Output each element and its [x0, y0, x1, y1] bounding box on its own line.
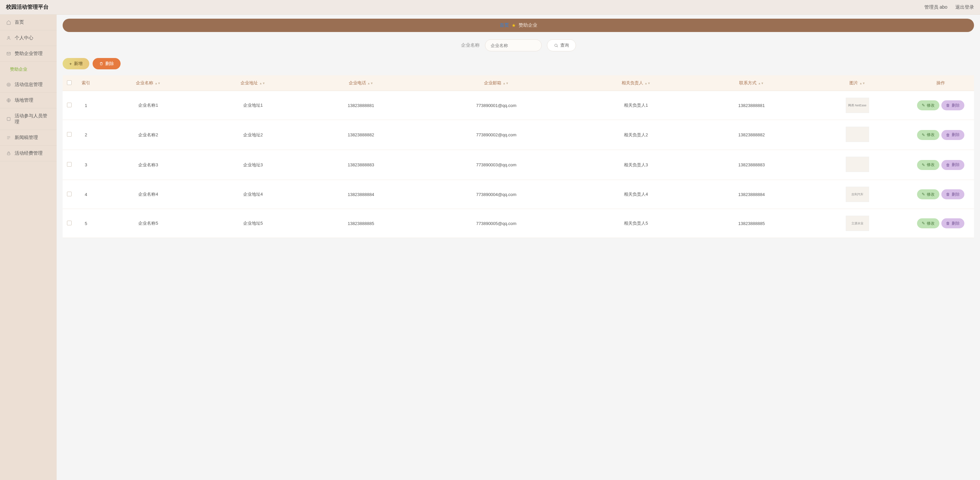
cell-ops: ✎修改🗑删除: [907, 209, 974, 238]
row-delete-button[interactable]: 🗑删除: [941, 130, 964, 140]
edit-button[interactable]: ✎修改: [917, 218, 939, 228]
edit-button[interactable]: ✎修改: [917, 189, 939, 199]
breadcrumb-current: 赞助企业: [519, 22, 537, 28]
add-button[interactable]: + 新增: [63, 58, 89, 69]
company-logo: [846, 127, 869, 142]
svg-point-7: [555, 44, 557, 47]
sidebar-item-profile[interactable]: 个人中心: [0, 30, 57, 46]
logout-link[interactable]: 退出登录: [955, 4, 974, 10]
cell-addr: 企业地址2: [200, 120, 305, 150]
sidebar-item-label: 活动经费管理: [15, 150, 43, 156]
cell-addr: 企业地址5: [200, 209, 305, 238]
cell-phone: 13823888881: [305, 91, 416, 120]
sidebar-item-home[interactable]: 首页: [0, 15, 57, 30]
row-delete-button[interactable]: 🗑删除: [941, 218, 964, 228]
cell-person: 相关负责人1: [576, 91, 696, 120]
sort-icon: ▲▼: [859, 82, 865, 85]
cell-email: 773890004@qq.com: [417, 180, 576, 209]
app-title: 校园活动管理平台: [6, 4, 49, 11]
sort-icon: ▲▼: [368, 82, 374, 85]
cell-phone: 13823888884: [305, 180, 416, 209]
row-delete-button[interactable]: 🗑删除: [941, 100, 964, 110]
row-checkbox[interactable]: [67, 162, 72, 167]
row-checkbox[interactable]: [67, 192, 72, 196]
sidebar-item-label: 个人中心: [15, 35, 33, 41]
cell-ops: ✎修改🗑删除: [907, 180, 974, 209]
query-button-label: 查询: [560, 42, 569, 48]
globe-icon: [6, 98, 11, 103]
cell-phone: 13823888882: [305, 120, 416, 150]
sidebar-item-press[interactable]: 新闻稿管理: [0, 130, 57, 146]
sidebar-sub-sponsor[interactable]: 赞助企业: [0, 62, 57, 77]
col-index: 索引: [76, 75, 96, 91]
cell-addr: 企业地址1: [200, 91, 305, 120]
people-icon: [6, 116, 11, 122]
cell-contact: 13823888883: [696, 150, 807, 180]
cell-name: 企业名称4: [96, 180, 200, 209]
row-delete-button[interactable]: 🗑删除: [941, 160, 964, 170]
cell-person: 相关负责人3: [576, 150, 696, 180]
cell-contact: 13823888882: [696, 120, 807, 150]
sort-icon: ▲▼: [154, 82, 161, 85]
cell-image: 吉利汽车: [807, 180, 907, 209]
cell-index: 3: [76, 150, 96, 180]
filter-bar: 企业名称 查询: [63, 39, 974, 51]
company-name-input[interactable]: [485, 39, 542, 51]
home-icon: [6, 20, 11, 25]
sidebar-item-label: 场地管理: [15, 97, 33, 103]
select-all-checkbox[interactable]: [67, 80, 72, 85]
svg-rect-6: [7, 153, 10, 155]
sidebar-item-venue[interactable]: 场地管理: [0, 92, 57, 108]
row-checkbox[interactable]: [67, 103, 72, 107]
col-email[interactable]: 企业邮箱▲▼: [417, 75, 576, 91]
row-checkbox[interactable]: [67, 132, 72, 137]
row-checkbox[interactable]: [67, 221, 72, 225]
cell-index: 2: [76, 120, 96, 150]
edit-button[interactable]: ✎修改: [917, 100, 939, 110]
row-delete-button[interactable]: 🗑删除: [941, 189, 964, 199]
star-icon: ★: [512, 23, 516, 28]
sort-icon: ▲▼: [758, 82, 764, 85]
sidebar-item-funds[interactable]: 活动经费管理: [0, 146, 57, 161]
delete-button[interactable]: 删除: [92, 58, 121, 69]
edit-icon: ✎: [922, 221, 925, 226]
trash-icon: 🗑: [946, 103, 950, 108]
cell-name: 企业名称2: [96, 120, 200, 150]
cell-phone: 13823888883: [305, 150, 416, 180]
sidebar-item-participants[interactable]: 活动参与人员管理: [0, 108, 57, 130]
sidebar-item-activity-info[interactable]: 活动信息管理: [0, 77, 57, 92]
query-button[interactable]: 查询: [547, 39, 576, 51]
edit-button[interactable]: ✎修改: [917, 160, 939, 170]
breadcrumb-home[interactable]: 首页: [500, 22, 509, 28]
col-name[interactable]: 企业名称▲▼: [96, 75, 200, 91]
svg-point-3: [8, 84, 10, 86]
plus-icon: +: [69, 61, 72, 66]
cell-index: 1: [76, 91, 96, 120]
admin-label[interactable]: 管理员 abo: [924, 4, 947, 10]
sidebar: 首页 个人中心 赞助企业管理 赞助企业 活动信息管理 场地管理 活动参与人员管理…: [0, 15, 57, 480]
trash-icon: [99, 62, 103, 66]
col-addr[interactable]: 企业地址▲▼: [200, 75, 305, 91]
data-table: 索引 企业名称▲▼ 企业地址▲▼ 企业电话▲▼ 企业邮箱▲▼ 相关负责人▲▼ 联…: [63, 75, 974, 238]
col-phone[interactable]: 企业电话▲▼: [305, 75, 416, 91]
cell-ops: ✎修改🗑删除: [907, 91, 974, 120]
cell-email: 773890003@qq.com: [417, 150, 576, 180]
mail-icon: [6, 51, 11, 56]
cell-index: 4: [76, 180, 96, 209]
col-contact[interactable]: 联系方式▲▼: [696, 75, 807, 91]
col-person[interactable]: 相关负责人▲▼: [576, 75, 696, 91]
sidebar-item-sponsor[interactable]: 赞助企业管理: [0, 46, 57, 62]
company-logo: 吉利汽车: [846, 187, 869, 202]
cell-addr: 企业地址4: [200, 180, 305, 209]
search-icon: [554, 43, 558, 48]
cell-email: 773890001@qq.com: [417, 91, 576, 120]
edit-icon: ✎: [922, 192, 925, 197]
cell-contact: 13823888885: [696, 209, 807, 238]
cell-image: 网易 NetEase: [807, 91, 907, 120]
edit-button[interactable]: ✎修改: [917, 130, 939, 140]
cell-name: 企业名称5: [96, 209, 200, 238]
table-row: 2企业名称2企业地址213823888882773890002@qq.com相关…: [63, 120, 974, 150]
cell-person: 相关负责人2: [576, 120, 696, 150]
col-image[interactable]: 图片▲▼: [807, 75, 907, 91]
cell-image: 立源水业: [807, 209, 907, 238]
